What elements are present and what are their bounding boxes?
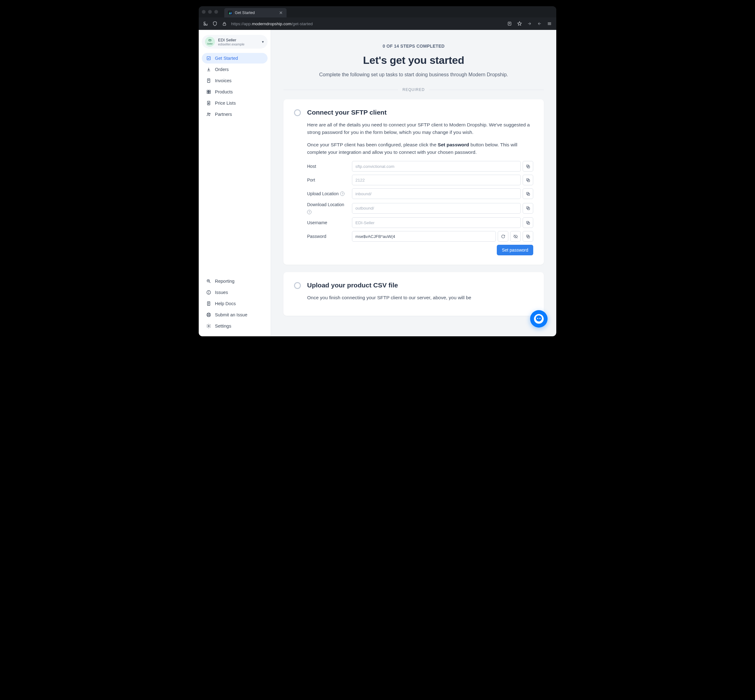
svg-line-31 — [209, 313, 210, 314]
maximize-window-button[interactable] — [214, 10, 218, 14]
copy-username-button[interactable] — [523, 217, 533, 228]
download-icon — [206, 67, 211, 72]
browser-addressbar: https://app.moderndropship.com/get-start… — [199, 17, 556, 30]
account-switcher[interactable]: Seller EDI Seller ediseller.example ▼ — [202, 35, 267, 48]
refresh-icon — [501, 234, 505, 239]
document-icon — [206, 301, 211, 306]
page-title: Let's get you started — [283, 54, 544, 66]
required-divider: REQUIRED — [283, 88, 544, 92]
svg-rect-13 — [209, 90, 211, 92]
csv-card: Upload your product CSV file Once you fi… — [283, 272, 544, 316]
svg-point-22 — [209, 293, 209, 294]
username-input[interactable] — [352, 217, 521, 228]
gear-icon — [206, 323, 211, 328]
progress-text: 0 OF 14 STEPS COMPLETED — [283, 44, 544, 48]
chevron-down-icon: ▼ — [261, 40, 264, 44]
sidebar-item-products[interactable]: Products — [202, 87, 267, 97]
download-input[interactable] — [352, 203, 521, 214]
forward-icon[interactable] — [527, 21, 532, 26]
sidebar-item-reporting[interactable]: Reporting — [202, 276, 267, 286]
back-icon[interactable] — [537, 21, 542, 26]
sidebar-item-invoices[interactable]: Invoices — [202, 75, 267, 86]
sidebar-item-settings[interactable]: Settings — [202, 321, 267, 331]
password-input[interactable] — [352, 231, 496, 242]
minimize-window-button[interactable] — [208, 10, 212, 14]
help-icon[interactable]: ? — [340, 192, 344, 196]
sidebar-item-get-started[interactable]: Get Started — [202, 53, 267, 64]
password-label: Password — [307, 234, 348, 239]
svg-point-49 — [539, 318, 541, 319]
copy-download-button[interactable] — [523, 203, 533, 214]
extension-icon[interactable] — [203, 21, 208, 26]
svg-point-33 — [208, 325, 209, 327]
sidebar-item-help-docs[interactable]: Help Docs — [202, 298, 267, 309]
close-tab-icon[interactable]: ✕ — [279, 10, 283, 15]
csv-title: Upload your product CSV file — [307, 281, 398, 289]
browser-tab[interactable]: Get Started ✕ — [224, 8, 286, 17]
copy-icon — [526, 206, 530, 211]
copy-port-button[interactable] — [523, 175, 533, 185]
menu-icon[interactable] — [547, 21, 552, 26]
reader-icon[interactable] — [507, 21, 512, 26]
copy-password-button[interactable] — [523, 231, 533, 242]
svg-rect-8 — [207, 57, 211, 60]
svg-point-28 — [208, 314, 209, 316]
receipt-icon — [206, 78, 211, 83]
step-status-ring-icon — [294, 109, 301, 116]
sidebar-item-price-lists[interactable]: Price Lists — [202, 98, 267, 108]
help-icon[interactable]: ? — [307, 210, 311, 214]
sidebar: Seller EDI Seller ediseller.example ▼ Ge… — [199, 30, 271, 336]
host-label: Host — [307, 164, 348, 169]
svg-point-48 — [537, 318, 539, 319]
svg-point-18 — [209, 113, 210, 114]
sftp-description-2: Once your SFTP client has been configure… — [307, 141, 533, 156]
copy-upload-button[interactable] — [523, 188, 533, 199]
search-chart-icon — [206, 279, 211, 284]
lock-icon[interactable] — [222, 21, 227, 26]
sftp-title: Connect your SFTP client — [307, 109, 386, 116]
svg-rect-14 — [207, 92, 209, 94]
upload-input[interactable] — [352, 188, 521, 199]
host-input[interactable] — [352, 161, 521, 172]
account-sub: ediseller.example — [218, 42, 244, 46]
main-content: 0 OF 14 STEPS COMPLETED Let's get you st… — [271, 30, 556, 336]
port-input[interactable] — [352, 175, 521, 185]
svg-point-17 — [208, 113, 209, 114]
copy-icon — [526, 234, 530, 239]
page-subtitle: Complete the following set up tasks to s… — [283, 72, 544, 78]
regenerate-password-button[interactable] — [498, 231, 508, 242]
bookmark-icon[interactable] — [517, 21, 522, 26]
eye-off-icon — [513, 234, 518, 239]
download-label: Download Location? — [307, 202, 348, 214]
sidebar-item-submit-issue[interactable]: Submit an Issue — [202, 309, 267, 320]
life-ring-icon — [206, 312, 211, 317]
svg-line-29 — [207, 313, 208, 314]
svg-rect-15 — [209, 92, 211, 94]
port-label: Port — [307, 178, 348, 183]
username-label: Username — [307, 220, 348, 225]
svg-rect-12 — [207, 90, 209, 92]
copy-icon — [526, 178, 530, 183]
sidebar-item-partners[interactable]: Partners — [202, 109, 267, 120]
tab-title: Get Started — [235, 11, 255, 15]
traffic-lights — [202, 10, 218, 14]
tab-favicon — [228, 11, 232, 15]
sidebar-item-issues[interactable]: Issues — [202, 287, 267, 298]
copy-icon — [526, 192, 530, 196]
url-field[interactable]: https://app.moderndropship.com/get-start… — [231, 22, 503, 26]
sftp-card: Connect your SFTP client Here are all of… — [283, 99, 544, 265]
copy-icon — [526, 220, 530, 225]
toggle-visibility-button[interactable] — [510, 231, 521, 242]
svg-point-47 — [536, 316, 542, 322]
close-window-button[interactable] — [202, 10, 206, 14]
users-icon — [206, 112, 211, 117]
copy-host-button[interactable] — [523, 161, 533, 172]
seller-badge-icon: Seller — [205, 37, 215, 47]
shield-icon[interactable] — [213, 21, 217, 26]
sidebar-item-orders[interactable]: Orders — [202, 64, 267, 75]
upload-label: Upload Location? — [307, 191, 348, 196]
svg-rect-1 — [223, 23, 226, 25]
chat-widget-button[interactable] — [530, 310, 547, 328]
checkbox-icon — [206, 56, 211, 61]
set-password-button[interactable]: Set password — [497, 245, 533, 255]
